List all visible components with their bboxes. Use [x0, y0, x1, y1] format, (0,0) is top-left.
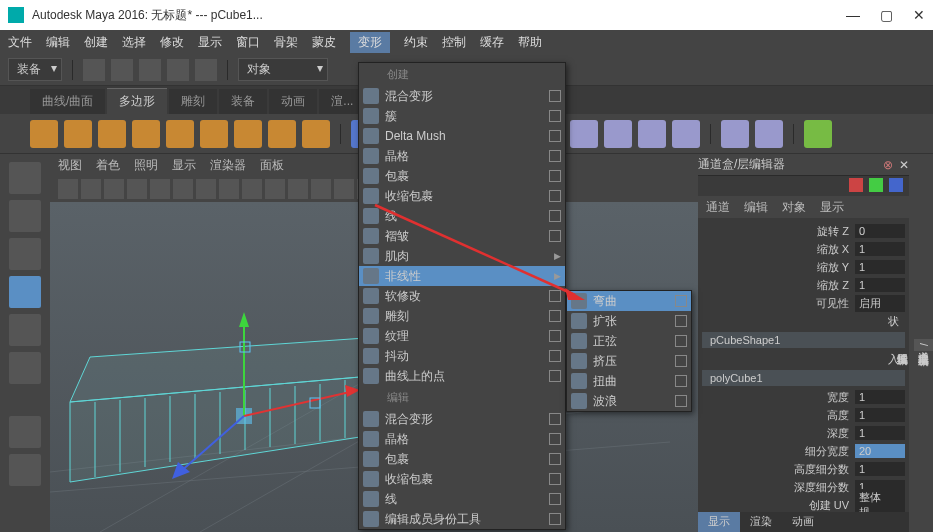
- vp-tool-0[interactable]: [58, 179, 78, 199]
- attr-value[interactable]: 1: [855, 390, 905, 404]
- option-box-icon[interactable]: [549, 230, 561, 242]
- lasso-tool-icon[interactable]: [9, 200, 41, 232]
- popup-item-正弦[interactable]: 正弦: [567, 331, 691, 351]
- option-box-icon[interactable]: [549, 150, 561, 162]
- option-box-icon[interactable]: [549, 190, 561, 202]
- shelf-icon-8[interactable]: [302, 120, 330, 148]
- menu-骨架[interactable]: 骨架: [274, 34, 298, 51]
- vp-tool-1[interactable]: [81, 179, 101, 199]
- attr-value[interactable]: 1: [855, 242, 905, 256]
- vp-tool-9[interactable]: [265, 179, 285, 199]
- maximize-button[interactable]: ▢: [880, 7, 893, 23]
- option-box-icon[interactable]: [549, 493, 561, 505]
- ch-menu-编辑[interactable]: 编辑: [744, 199, 768, 216]
- minimize-button[interactable]: —: [846, 7, 860, 23]
- attr-value[interactable]: 1: [855, 408, 905, 422]
- attr-value[interactable]: 1: [855, 426, 905, 440]
- red-dot-icon[interactable]: [849, 178, 863, 192]
- vp-tool-11[interactable]: [311, 179, 331, 199]
- menu-约束[interactable]: 约束: [404, 34, 428, 51]
- popup-item-晶格[interactable]: 晶格: [359, 429, 565, 449]
- close-panel-icon[interactable]: ⊗: [883, 158, 893, 172]
- paint-select-tool-icon[interactable]: [9, 238, 41, 270]
- popup-item-包裹[interactable]: 包裹: [359, 166, 565, 186]
- layer-tab-动画[interactable]: 动画: [782, 512, 824, 532]
- popup-item-弯曲[interactable]: 弯曲: [567, 291, 691, 311]
- popup-item-Delta Mush[interactable]: Delta Mush: [359, 126, 565, 146]
- attr-value[interactable]: 1: [855, 462, 905, 476]
- option-box-icon[interactable]: [549, 310, 561, 322]
- popup-item-波浪[interactable]: 波浪: [567, 391, 691, 411]
- popup-item-混合变形[interactable]: 混合变形: [359, 409, 565, 429]
- select-tool-icon[interactable]: [9, 162, 41, 194]
- layout-single-icon[interactable]: [9, 416, 41, 448]
- vp-tool-10[interactable]: [288, 179, 308, 199]
- attr-value[interactable]: 1: [855, 278, 905, 292]
- undo-icon[interactable]: [167, 59, 189, 81]
- attr-value[interactable]: 0: [855, 224, 905, 238]
- shelf-icon-6[interactable]: [234, 120, 262, 148]
- redo-icon[interactable]: [195, 59, 217, 81]
- popup-item-扭曲[interactable]: 扭曲: [567, 371, 691, 391]
- option-box-icon[interactable]: [549, 453, 561, 465]
- menu-帮助[interactable]: 帮助: [518, 34, 542, 51]
- vp-menu-视图[interactable]: 视图: [58, 157, 82, 174]
- option-box-icon[interactable]: [675, 295, 687, 307]
- shelf-icon-25[interactable]: [804, 120, 832, 148]
- menu-修改[interactable]: 修改: [160, 34, 184, 51]
- shelf-icon-19[interactable]: [638, 120, 666, 148]
- shelf-icon-18[interactable]: [604, 120, 632, 148]
- vp-menu-着色[interactable]: 着色: [96, 157, 120, 174]
- ch-menu-显示[interactable]: 显示: [820, 199, 844, 216]
- option-box-icon[interactable]: [549, 110, 561, 122]
- option-box-icon[interactable]: [675, 315, 687, 327]
- vp-tool-2[interactable]: [104, 179, 124, 199]
- option-box-icon[interactable]: [549, 413, 561, 425]
- option-box-icon[interactable]: [549, 290, 561, 302]
- shelf-tab-0[interactable]: 曲线/曲面: [30, 89, 105, 114]
- option-box-icon[interactable]: [675, 395, 687, 407]
- shelf-tab-2[interactable]: 雕刻: [169, 89, 217, 114]
- layer-tab-显示[interactable]: 显示: [698, 512, 740, 532]
- vp-menu-面板[interactable]: 面板: [260, 157, 284, 174]
- menu-显示[interactable]: 显示: [198, 34, 222, 51]
- vp-menu-照明[interactable]: 照明: [134, 157, 158, 174]
- popup-item-软修改[interactable]: 软修改: [359, 286, 565, 306]
- menu-蒙皮[interactable]: 蒙皮: [312, 34, 336, 51]
- menu-控制[interactable]: 控制: [442, 34, 466, 51]
- module-dropdown[interactable]: 装备: [8, 58, 62, 81]
- vp-menu-渲染器[interactable]: 渲染器: [210, 157, 246, 174]
- popup-item-混合变形[interactable]: 混合变形: [359, 86, 565, 106]
- option-box-icon[interactable]: [549, 170, 561, 182]
- ch-menu-对象[interactable]: 对象: [782, 199, 806, 216]
- popup-item-簇[interactable]: 簇: [359, 106, 565, 126]
- shelf-icon-4[interactable]: [166, 120, 194, 148]
- option-box-icon[interactable]: [675, 355, 687, 367]
- popup-item-褶皱[interactable]: 褶皱: [359, 226, 565, 246]
- open-scene-icon[interactable]: [111, 59, 133, 81]
- option-box-icon[interactable]: [675, 375, 687, 387]
- shelf-icon-20[interactable]: [672, 120, 700, 148]
- selection-mode-dropdown[interactable]: 对象: [238, 58, 328, 81]
- vp-tool-8[interactable]: [242, 179, 262, 199]
- shelf-icon-17[interactable]: [570, 120, 598, 148]
- save-scene-icon[interactable]: [139, 59, 161, 81]
- popup-item-抖动[interactable]: 抖动: [359, 346, 565, 366]
- popup-item-雕刻[interactable]: 雕刻: [359, 306, 565, 326]
- popup-item-纹理[interactable]: 纹理: [359, 326, 565, 346]
- popup-item-晶格[interactable]: 晶格: [359, 146, 565, 166]
- blue-dot-icon[interactable]: [889, 178, 903, 192]
- shelf-icon-7[interactable]: [268, 120, 296, 148]
- option-box-icon[interactable]: [549, 473, 561, 485]
- option-box-icon[interactable]: [549, 330, 561, 342]
- option-box-icon[interactable]: [549, 210, 561, 222]
- shelf-tab-1[interactable]: 多边形: [107, 88, 167, 114]
- attribute-editor-tab-vertical[interactable]: 属性编辑器: [893, 341, 912, 349]
- menu-文件[interactable]: 文件: [8, 34, 32, 51]
- vp-tool-6[interactable]: [196, 179, 216, 199]
- popup-item-挤压[interactable]: 挤压: [567, 351, 691, 371]
- channel-box-tab-vertical[interactable]: 通道盒/层编辑器: [914, 339, 933, 350]
- move-tool-icon[interactable]: [9, 276, 41, 308]
- popup-item-曲线上的点[interactable]: 曲线上的点: [359, 366, 565, 386]
- attr-value[interactable]: 整体规...: [855, 489, 905, 512]
